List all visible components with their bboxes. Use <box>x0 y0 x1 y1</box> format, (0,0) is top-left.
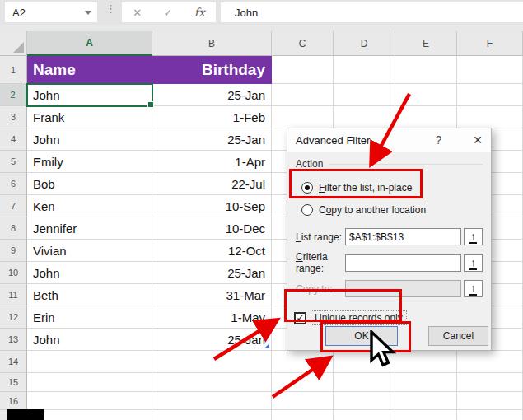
empty-cell[interactable] <box>457 351 523 373</box>
cancel-entry-icon[interactable]: ✕ <box>133 7 142 19</box>
birthday-cell[interactable]: 25-Jan <box>152 84 272 106</box>
cancel-button[interactable]: Cancel <box>428 326 488 346</box>
empty-cell[interactable] <box>334 56 395 84</box>
empty-cell[interactable] <box>395 84 457 106</box>
name-cell[interactable] <box>27 373 152 392</box>
row-number-cell[interactable]: 12 <box>0 306 27 329</box>
copy-to-picker-button[interactable]: ↑ <box>464 280 483 297</box>
empty-cell[interactable] <box>272 373 334 392</box>
empty-cell[interactable] <box>272 56 334 84</box>
empty-cell[interactable] <box>272 106 334 128</box>
birthday-cell[interactable]: 10-Dec <box>152 217 272 240</box>
column-header-d[interactable]: D <box>334 31 395 56</box>
birthday-cell[interactable] <box>152 373 272 392</box>
birthday-cell[interactable]: 1-May <box>152 306 272 329</box>
birthday-cell[interactable]: 25-Jan <box>152 262 272 284</box>
empty-cell[interactable] <box>334 106 395 128</box>
radio-selected-icon[interactable] <box>301 182 313 194</box>
name-cell[interactable]: Frank <box>27 106 152 128</box>
empty-cell[interactable] <box>395 106 457 128</box>
row-number-cell[interactable]: 1 <box>0 56 27 84</box>
birthday-cell[interactable]: 22-Jul <box>152 173 272 195</box>
row-number-cell[interactable]: 14 <box>0 351 27 373</box>
birthday-cell[interactable] <box>152 410 272 420</box>
name-cell[interactable]: Vivian <box>27 240 152 262</box>
row-number-cell[interactable]: 2 <box>0 84 27 106</box>
ok-button[interactable]: OK <box>325 326 398 346</box>
empty-cell[interactable] <box>395 56 457 84</box>
name-cell[interactable]: Emily <box>27 151 152 173</box>
row-number-cell[interactable]: 15 <box>0 373 27 392</box>
birthday-header-cell[interactable]: Birthday <box>152 56 272 84</box>
empty-cell[interactable] <box>395 392 457 410</box>
name-header-cell[interactable]: Name <box>27 56 152 84</box>
column-header-f[interactable]: F <box>457 31 523 56</box>
checkbox-checked-icon[interactable]: ✓ <box>294 312 306 324</box>
empty-cell[interactable] <box>334 373 395 392</box>
empty-cell[interactable] <box>395 351 457 373</box>
name-cell[interactable]: Ken <box>27 195 152 217</box>
name-cell[interactable]: Beth <box>27 284 152 306</box>
empty-cell[interactable] <box>334 392 395 410</box>
row-number-cell[interactable]: 13 <box>0 329 27 351</box>
birthday-cell[interactable]: 1-Feb <box>152 106 272 128</box>
name-cell[interactable]: John <box>27 262 152 284</box>
empty-cell[interactable] <box>457 410 523 420</box>
name-cell[interactable] <box>27 351 152 373</box>
birthday-cell[interactable]: 1-Apr <box>152 151 272 173</box>
empty-cell[interactable] <box>395 410 457 420</box>
birthday-cell[interactable]: 10-Sep <box>152 195 272 217</box>
empty-cell[interactable] <box>334 410 395 420</box>
row-number-cell[interactable]: 10 <box>0 262 27 284</box>
radio-copy-to-location[interactable]: Copy to another location <box>301 203 483 217</box>
row-number-cell[interactable]: 4 <box>0 128 27 151</box>
empty-cell[interactable] <box>457 373 523 392</box>
column-header-b[interactable]: B <box>152 31 272 56</box>
empty-cell[interactable] <box>272 84 334 106</box>
birthday-cell[interactable] <box>152 392 272 410</box>
criteria-range-picker-button[interactable]: ↑ <box>464 254 483 272</box>
row-number-cell[interactable]: 7 <box>0 195 27 217</box>
row-number-cell[interactable]: 16 <box>0 392 27 410</box>
row-number-cell[interactable]: 9 <box>0 240 27 262</box>
column-header-c[interactable]: C <box>272 31 334 56</box>
birthday-cell[interactable]: 12-Oct <box>152 240 272 262</box>
name-cell[interactable] <box>27 410 152 420</box>
enter-entry-icon[interactable]: ✓ <box>163 7 172 19</box>
name-box-dropdown-icon[interactable] <box>85 11 91 15</box>
criteria-range-input[interactable] <box>345 254 461 272</box>
radio-filter-in-place[interactable]: Filter the list, in-place <box>301 180 483 195</box>
birthday-cell[interactable]: 31-Mar <box>152 284 272 306</box>
name-cell[interactable]: Bob <box>27 173 152 195</box>
empty-cell[interactable] <box>457 56 523 84</box>
name-box[interactable]: A2 <box>5 2 97 22</box>
empty-cell[interactable] <box>272 351 334 373</box>
list-range-input[interactable] <box>345 228 461 245</box>
column-header-e[interactable]: E <box>395 31 457 56</box>
empty-cell[interactable] <box>395 373 457 392</box>
name-cell[interactable]: Jennifer <box>27 217 152 240</box>
dialog-titlebar[interactable]: Advanced Filter ? ✕ <box>287 128 491 152</box>
column-header-a[interactable]: A <box>27 31 152 56</box>
name-cell[interactable]: Erin <box>27 306 152 329</box>
name-cell[interactable]: John <box>27 128 152 151</box>
birthday-cell[interactable]: 25-Jan <box>152 128 272 151</box>
name-cell[interactable] <box>27 392 152 410</box>
empty-cell[interactable] <box>272 410 334 420</box>
empty-cell[interactable] <box>334 351 395 373</box>
empty-cell[interactable] <box>272 392 334 410</box>
empty-cell[interactable] <box>457 392 523 410</box>
row-number-cell[interactable]: 8 <box>0 217 27 240</box>
row-number-cell[interactable]: 11 <box>0 284 27 306</box>
empty-cell[interactable] <box>457 84 523 106</box>
unique-records-checkbox-row[interactable]: ✓ Unique records only <box>294 310 483 325</box>
help-icon[interactable]: ? <box>435 133 441 147</box>
radio-unselected-icon[interactable] <box>301 204 313 216</box>
birthday-cell[interactable]: 25-Jan <box>152 329 272 351</box>
insert-function-icon[interactable]: fx <box>194 6 205 19</box>
close-icon[interactable]: ✕ <box>473 133 483 147</box>
birthday-cell[interactable] <box>152 351 272 373</box>
row-number-cell[interactable]: 3 <box>0 106 27 128</box>
empty-cell[interactable] <box>457 106 523 128</box>
name-cell[interactable]: John <box>27 329 152 351</box>
